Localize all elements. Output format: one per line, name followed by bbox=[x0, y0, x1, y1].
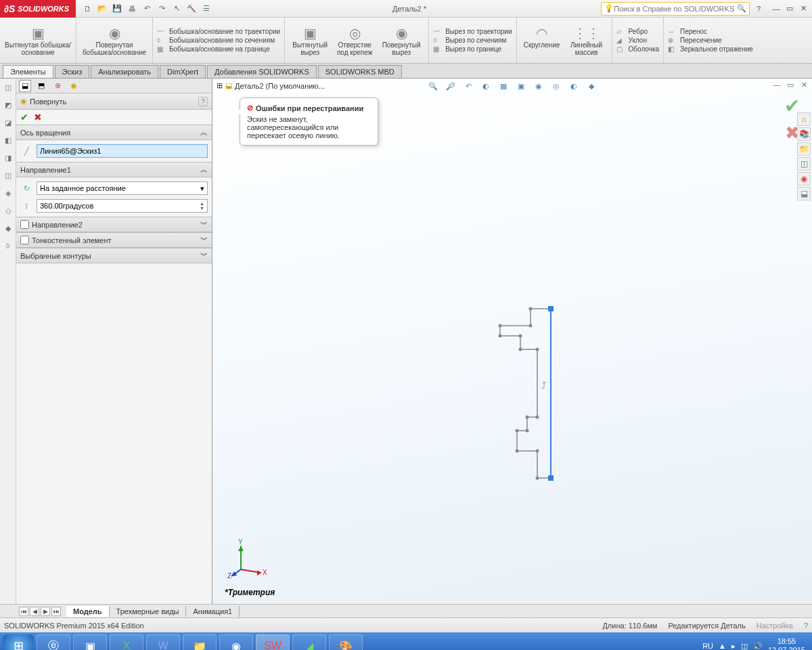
close-icon[interactable]: ✕ bbox=[797, 3, 809, 14]
cmd-boundary-boss[interactable]: ▦Бобышка/основание на границе bbox=[157, 45, 280, 53]
cmd-extrude-cut[interactable]: ▣Вытянутый вырез bbox=[289, 25, 331, 56]
angle-input[interactable]: 360.00градусов ▲▼ bbox=[37, 199, 208, 213]
cmd-fillet[interactable]: ◠Скругление bbox=[521, 25, 563, 56]
tab-mbd[interactable]: SOLIDWORKS MBD bbox=[318, 65, 402, 78]
zoom-fit-icon[interactable]: 🔍 bbox=[427, 80, 439, 92]
cmd-linear-pattern[interactable]: ⋮⋮Линейный массив bbox=[566, 25, 608, 56]
cmd-extrude-boss[interactable]: ▣Вытянутая бобышка/основание bbox=[4, 25, 72, 56]
doc-close-icon[interactable]: ✕ bbox=[798, 80, 809, 89]
cmd-move[interactable]: ↔Перенос bbox=[668, 28, 753, 35]
axis-input[interactable] bbox=[37, 144, 208, 158]
taskpane-home-icon[interactable]: ⌂ bbox=[797, 112, 811, 126]
tray-up-icon[interactable]: ▲ bbox=[719, 642, 726, 650]
taskbar-paint[interactable]: 🎨 bbox=[329, 634, 363, 650]
cmd-draft[interactable]: ◢Уклон bbox=[616, 37, 660, 44]
tool-icon[interactable]: ◫ bbox=[2, 169, 14, 181]
appearance-icon[interactable]: ◐ bbox=[568, 80, 580, 92]
taskbar-explorer[interactable]: 📁 bbox=[183, 634, 217, 650]
taskbar-word[interactable]: W bbox=[146, 634, 180, 650]
model-tab-3dviews[interactable]: Трехмерные виды bbox=[110, 606, 187, 617]
tool-icon[interactable]: ◨ bbox=[2, 152, 14, 164]
help-search-input[interactable] bbox=[614, 5, 737, 13]
taskbar-solidworks[interactable]: SW bbox=[256, 634, 290, 650]
cmd-rib[interactable]: ▱Ребро bbox=[616, 28, 660, 35]
tray-network-icon[interactable]: ◫ bbox=[741, 642, 748, 651]
options-icon[interactable]: ☰ bbox=[200, 3, 212, 15]
hide-show-icon[interactable]: ◉ bbox=[533, 80, 545, 92]
taskpane-library-icon[interactable]: 📚 bbox=[797, 127, 811, 141]
pm-help-icon[interactable]: ? bbox=[198, 97, 208, 106]
tab-nav-first-icon[interactable]: ⏮ bbox=[19, 607, 28, 616]
taskbar-chrome[interactable]: ◉ bbox=[219, 634, 253, 650]
tool-icon[interactable]: ◧ bbox=[2, 134, 14, 146]
help-icon[interactable]: ? bbox=[752, 3, 765, 14]
undo-icon[interactable]: ↶ bbox=[141, 3, 153, 15]
tab-features[interactable]: Элементы bbox=[3, 65, 53, 78]
taskbar-app[interactable]: ◢ bbox=[292, 634, 326, 650]
expand-icon[interactable]: ⊞ bbox=[217, 81, 223, 90]
taskpane-explorer-icon[interactable]: 📁 bbox=[797, 142, 811, 156]
select-icon[interactable]: ↖ bbox=[171, 3, 183, 15]
pm-tab-appearance-icon[interactable]: ◉ bbox=[68, 80, 80, 92]
doc-maximize-icon[interactable]: ▭ bbox=[785, 80, 796, 89]
tool-icon[interactable]: ◊ bbox=[2, 240, 14, 252]
tool-icon[interactable]: ◫ bbox=[2, 81, 14, 93]
view-orientation-icon[interactable]: ▦ bbox=[497, 80, 510, 92]
model-tab-model[interactable]: Модель bbox=[66, 606, 110, 617]
pm-tab-display-icon[interactable]: ⊕ bbox=[51, 80, 64, 92]
pm-section-dir1[interactable]: Направление1︽ bbox=[16, 162, 212, 177]
tab-addins[interactable]: Добавления SOLIDWORKS bbox=[207, 65, 317, 78]
pm-tab-feature-icon[interactable]: ⬓ bbox=[19, 80, 31, 92]
spin-buttons[interactable]: ▲▼ bbox=[200, 201, 204, 211]
maximize-icon[interactable]: ▭ bbox=[784, 3, 796, 14]
tool-icon[interactable]: ◩ bbox=[2, 99, 14, 111]
tab-nav-next-icon[interactable]: ▶ bbox=[41, 607, 50, 616]
tray-volume-icon[interactable]: 🔊 bbox=[753, 642, 763, 651]
print-icon[interactable]: 🖶 bbox=[126, 3, 138, 15]
scene-icon[interactable]: ◎ bbox=[550, 80, 562, 92]
pm-cancel-icon[interactable]: ✖ bbox=[34, 112, 42, 123]
pm-section-thin[interactable]: Тонкостенный элемент︾ bbox=[16, 233, 212, 248]
tab-sketch[interactable]: Эскиз bbox=[55, 65, 89, 78]
cmd-sweep-boss[interactable]: 〰Бобышка/основание по траектории bbox=[157, 28, 280, 35]
display-style-icon[interactable]: ▣ bbox=[515, 80, 527, 92]
model-tab-animation[interactable]: Анимация1 bbox=[186, 606, 240, 617]
doc-minimize-icon[interactable]: — bbox=[771, 80, 782, 89]
cmd-sweep-cut[interactable]: 〰Вырез по траектории bbox=[433, 28, 512, 35]
render-icon[interactable]: ◆ bbox=[585, 80, 597, 92]
cmd-mirror[interactable]: ◧Зеркальное отражение bbox=[668, 45, 753, 53]
tab-nav-last-icon[interactable]: ⏭ bbox=[51, 607, 61, 616]
reverse-direction-icon[interactable]: ↻ bbox=[20, 182, 32, 194]
cmd-hole-wizard[interactable]: ◎Отверстие под крепеж bbox=[334, 25, 376, 56]
previous-view-icon[interactable]: ↶ bbox=[462, 80, 474, 92]
pm-tab-config-icon[interactable]: ⬒ bbox=[35, 80, 47, 92]
redo-icon[interactable]: ↷ bbox=[156, 3, 168, 15]
search-icon[interactable]: 🔍 bbox=[737, 4, 746, 13]
cmd-revolve-cut[interactable]: ◉Повернутый вырез bbox=[378, 25, 424, 56]
pm-section-dir2[interactable]: Направление2︾ bbox=[16, 217, 212, 232]
dir2-checkbox[interactable] bbox=[20, 220, 29, 229]
tab-evaluate[interactable]: Анализировать bbox=[91, 65, 158, 78]
pm-section-axis[interactable]: Ось вращения︽ bbox=[16, 125, 212, 140]
status-help-icon[interactable]: ? bbox=[804, 622, 808, 630]
feature-tree-flyout[interactable]: ⊞ ⬓ Деталь2 (По умолчанию... bbox=[217, 81, 325, 90]
tray-clock[interactable]: 18:55 12.07.2015 bbox=[768, 637, 805, 650]
tray-lang[interactable]: RU bbox=[702, 642, 713, 650]
cmd-revolve-boss[interactable]: ◉Повернутая бобышка/основание bbox=[81, 25, 148, 56]
cmd-loft-boss[interactable]: ◊Бобышка/основание по сечениям bbox=[157, 37, 280, 44]
minimize-icon[interactable]: — bbox=[770, 3, 782, 14]
tab-nav-prev-icon[interactable]: ◀ bbox=[30, 607, 39, 616]
tool-icon[interactable]: ◇ bbox=[2, 204, 14, 217]
status-customize[interactable]: Настройка bbox=[757, 622, 793, 630]
rebuild-icon[interactable]: 🔨 bbox=[185, 3, 198, 15]
cmd-shell[interactable]: ▢Оболочка bbox=[616, 45, 660, 53]
direction-mode-select[interactable]: На заданное расстояние▾ bbox=[37, 181, 208, 195]
tool-icon[interactable]: ◪ bbox=[2, 116, 14, 129]
start-button[interactable]: ⊞ bbox=[3, 634, 34, 650]
cmd-boundary-cut[interactable]: ▦Вырез по границе bbox=[433, 45, 512, 53]
taskpane-custom-icon[interactable]: ⬓ bbox=[797, 187, 811, 200]
graphics-area[interactable]: ⊞ ⬓ Деталь2 (По умолчанию... 🔍 🔎 ↶ ◐ ▦ ▣… bbox=[212, 79, 812, 604]
save-icon[interactable]: 💾 bbox=[111, 3, 123, 15]
thin-checkbox[interactable] bbox=[20, 236, 29, 244]
zoom-area-icon[interactable]: 🔎 bbox=[445, 80, 457, 92]
